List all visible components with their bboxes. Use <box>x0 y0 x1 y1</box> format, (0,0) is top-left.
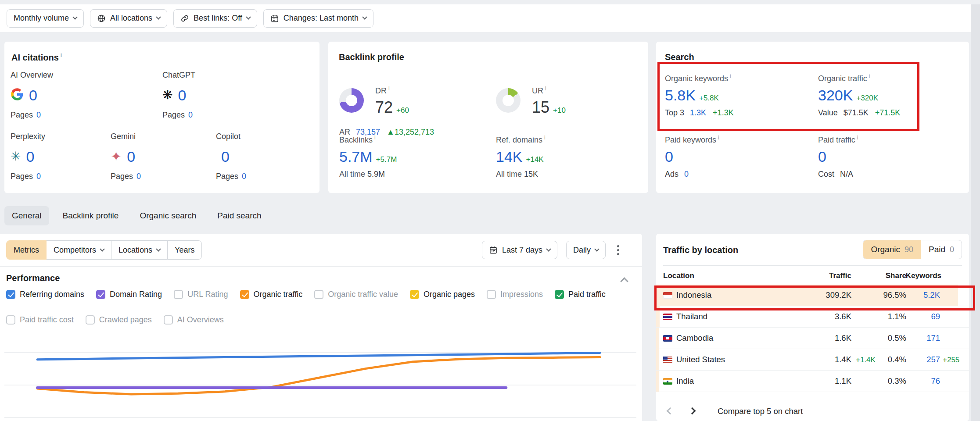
performance-line-chart[interactable] <box>0 332 636 420</box>
location-row-india[interactable]: India1.1K0.3%76 <box>656 371 969 392</box>
keywords-link[interactable]: 69 <box>931 312 940 321</box>
location-row-cambodia[interactable]: Cambodia1.6K0.5%171 <box>656 328 969 349</box>
ads-value[interactable]: 0 <box>684 170 689 178</box>
keywords-link[interactable]: 257 <box>926 355 940 364</box>
metric-checkbox-organic-traffic[interactable]: Organic traffic <box>240 290 303 299</box>
toolbar-filter-monthly-volume[interactable]: Monthly volume <box>7 9 84 28</box>
metric-label: Domain Rating <box>110 290 162 299</box>
keywords-link[interactable]: 5.2K <box>923 290 940 300</box>
keywords-link[interactable]: 171 <box>926 333 940 343</box>
prev-page-icon[interactable] <box>667 407 674 415</box>
segment-metrics[interactable]: Metrics <box>6 240 47 260</box>
ai-engine-name: Perplexity <box>11 132 45 141</box>
search-panel: Search Organic keywords 5.8K+5.8K Top 3 … <box>656 42 969 193</box>
metric-checkbox-ai-overviews[interactable]: AI Overviews <box>164 315 224 325</box>
ai-citations-title: AI citations <box>11 52 62 63</box>
performance-panel: MetricsCompetitorsLocationsYears Last 7 … <box>0 234 642 421</box>
segment-competitors[interactable]: Competitors <box>46 240 111 260</box>
location-row-thailand[interactable]: Thailand3.6K1.1%69 <box>656 306 969 328</box>
pages-count[interactable]: 0 <box>242 172 246 181</box>
pages-count[interactable]: 0 <box>36 111 41 119</box>
date-range-button[interactable]: Last 7 days <box>482 241 557 259</box>
ai-citations-count[interactable]: 0 <box>26 148 34 165</box>
location-name: United States <box>676 355 725 364</box>
location-name: Indonesia <box>676 290 711 300</box>
organic-keywords-label: Organic keywords <box>665 73 734 83</box>
metric-checkbox-organic-pages[interactable]: Organic pages <box>410 290 475 299</box>
metric-label: Organic traffic value <box>328 290 398 299</box>
section-tabs: GeneralBacklink profileOrganic searchPai… <box>4 205 269 226</box>
location-row-united-states[interactable]: United States1.4K+1.4K0.4%257+255 <box>656 349 969 371</box>
segment-label: Years <box>175 246 194 255</box>
pages-label: Pages <box>11 172 33 181</box>
location-row-indonesia[interactable]: Indonesia309.2K96.5%5.2K <box>656 285 969 306</box>
metric-checkbox-organic-traffic-value[interactable]: Organic traffic value <box>314 290 398 299</box>
ads-label: Ads <box>665 170 678 178</box>
toolbar-filter-changes-last-month[interactable]: Changes: Last month <box>263 9 373 28</box>
toolbar-filter-best-links-off[interactable]: Best links: Off <box>173 9 257 28</box>
top3-value[interactable]: 1.3K <box>690 108 706 117</box>
ai-citations-count[interactable]: 0 <box>29 87 37 104</box>
chevron-down-icon <box>362 14 367 19</box>
metric-checkbox-impressions[interactable]: Impressions <box>487 290 543 299</box>
metric-label: Paid traffic cost <box>20 315 74 325</box>
metric-checkbox-url-rating[interactable]: URL Rating <box>174 290 228 299</box>
paid-keywords-metric: Paid keywords 0 Ads 0 <box>665 135 719 179</box>
segment-years[interactable]: Years <box>167 240 202 260</box>
filters-toolbar: Monthly volumeAll locationsBest links: O… <box>0 4 971 32</box>
tab-backlink-profile[interactable]: Backlink profile <box>55 206 126 225</box>
metric-checkbox-referring-domains[interactable]: Referring domains <box>6 290 84 299</box>
organic-keywords-value[interactable]: 5.8K <box>665 87 696 103</box>
keywords-link[interactable]: 76 <box>931 376 940 386</box>
performance-title: Performance <box>6 273 60 283</box>
ai-engine-name: ChatGPT <box>162 71 195 80</box>
share-bar <box>656 349 659 370</box>
pages-count[interactable]: 0 <box>188 111 193 119</box>
toolbar-filter-all-locations[interactable]: All locations <box>90 9 167 28</box>
header-share: Share <box>886 271 906 280</box>
metric-checkbox-paid-traffic-cost[interactable]: Paid traffic cost <box>6 315 74 325</box>
pages-count[interactable]: 0 <box>136 172 141 181</box>
next-page-icon[interactable] <box>689 407 696 415</box>
ai-citations-count[interactable]: 0 <box>178 87 186 104</box>
paid-traffic-value[interactable]: 0 <box>818 148 826 165</box>
granularity-button[interactable]: Daily <box>566 241 606 259</box>
segment-locations[interactable]: Locations <box>111 240 168 260</box>
toolbar-filter-label: Changes: Last month <box>284 14 359 23</box>
ai-citations-count[interactable]: 0 <box>221 148 230 165</box>
metric-checkbox-domain-rating[interactable]: Domain Rating <box>96 290 162 299</box>
tab-general[interactable]: General <box>4 206 49 225</box>
checkbox-icon <box>6 290 15 299</box>
ref-domains-label: Ref. domains <box>496 135 546 145</box>
tab-paid-search[interactable]: Paid search <box>210 206 269 225</box>
ref-domains-delta: +14K <box>526 155 544 164</box>
compare-top5-link[interactable]: Compare top 5 on chart <box>718 407 803 416</box>
chevron-down-icon <box>246 14 251 19</box>
checkbox-icon <box>314 290 323 299</box>
organic-traffic-delta: +320K <box>856 94 878 102</box>
traffic-by-location-title: Traffic by location <box>663 245 738 255</box>
pages-count[interactable]: 0 <box>36 172 41 181</box>
metric-checkbox-crawled-pages[interactable]: Crawled pages <box>86 315 152 325</box>
toggle-paid[interactable]: Paid0 <box>921 240 962 259</box>
collapse-section-icon[interactable] <box>620 277 628 285</box>
backlinks-value[interactable]: 5.7M <box>339 148 373 165</box>
organic-traffic-value[interactable]: 320K <box>818 87 853 103</box>
flag-us <box>663 357 672 363</box>
ai-engine-value-row: ✦0 <box>111 147 141 166</box>
dr-label: DR <box>375 86 409 96</box>
ai-citations-count[interactable]: 0 <box>127 148 135 165</box>
ref-domains-value[interactable]: 14K <box>496 148 523 165</box>
search-title: Search <box>665 52 694 62</box>
info-icon <box>716 136 719 144</box>
vertical-scrollbar[interactable] <box>971 4 980 421</box>
ref-domains-alltime-value: 15K <box>524 170 538 178</box>
paid-keywords-value[interactable]: 0 <box>665 148 673 165</box>
ai-engine-value-row: ❋0 <box>162 86 195 104</box>
metric-checkbox-paid-traffic[interactable]: Paid traffic <box>555 290 606 299</box>
perplexity-icon: ✳ <box>11 150 21 163</box>
toggle-organic[interactable]: Organic90 <box>863 240 921 259</box>
tab-organic-search[interactable]: Organic search <box>132 206 204 225</box>
checkbox-icon <box>240 290 249 299</box>
more-options-icon[interactable] <box>614 243 622 258</box>
